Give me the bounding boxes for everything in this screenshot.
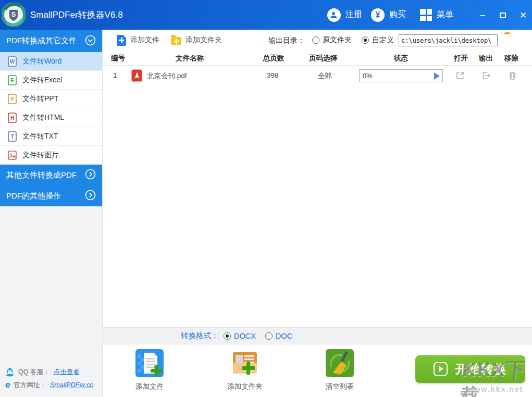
add-folder-big-label: 添加文件夹 xyxy=(216,382,274,391)
trash-icon[interactable] xyxy=(508,70,517,82)
table-header: 编号 文件名称 总页数 页码选择 状态 打开 输出 移除 xyxy=(103,51,532,66)
start-conversion-button[interactable]: 开始转换 xyxy=(415,355,525,383)
buy-label: 购买 xyxy=(389,9,406,20)
sidebar-item-pdf-to-excel[interactable]: E 文件转Excel xyxy=(0,71,102,90)
output-path-input[interactable] xyxy=(399,34,498,46)
browse-folder-button[interactable] xyxy=(504,34,520,46)
chevron-right-circle-icon xyxy=(85,169,96,181)
radio-docx-control[interactable] xyxy=(224,332,231,340)
sidebar-item-pdf-to-txt[interactable]: T 文件转TXT xyxy=(0,127,102,146)
menu-button[interactable]: 菜单 xyxy=(420,0,453,30)
radio-custom-folder-control[interactable] xyxy=(362,36,369,44)
svg-text:T: T xyxy=(10,134,14,140)
sidebar-item-pdf-to-html[interactable]: H 文件转HTML xyxy=(0,108,102,127)
qq-penguin-icon xyxy=(5,367,15,377)
image-doc-icon xyxy=(8,150,17,160)
sidebar-item-label: 文件转PPT xyxy=(22,94,58,104)
register-user-icon xyxy=(327,8,341,22)
add-file-icon xyxy=(117,35,126,46)
toolbar: 添加文件 添加文件夹 输出目录： 原文件夹 自定义 xyxy=(103,30,532,51)
sidebar-section-pdf-to-other[interactable]: PDF转换成其它文件 xyxy=(0,30,102,52)
clear-list-big-button[interactable]: 清空列表 xyxy=(311,349,368,391)
svg-text:S: S xyxy=(11,10,16,18)
sidebar-footer: QQ 客服： 点击查看 e 官方网址： SmallPDFer.co xyxy=(5,367,94,390)
grid-menu-icon xyxy=(420,9,432,21)
app-title: SmallPDFer转换器V6.8 xyxy=(30,0,123,30)
add-folder-icon xyxy=(171,37,181,45)
add-folder-big-button[interactable]: 添加文件夹 xyxy=(216,349,274,391)
add-file-big-icon xyxy=(135,349,164,377)
row-start-play-icon[interactable] xyxy=(434,72,440,80)
col-output: 输出 xyxy=(479,54,493,63)
browser-e-icon: e xyxy=(5,380,10,390)
html-doc-icon: H xyxy=(8,113,17,123)
add-folder-big-icon xyxy=(231,349,259,377)
app-window: S SmallPDFer转换器V6.8 注册 ¥ 购买 菜单 – xyxy=(0,0,532,397)
maximize-button[interactable] xyxy=(495,7,511,23)
col-filename: 文件名称 xyxy=(176,54,204,63)
register-label: 注册 xyxy=(345,9,362,20)
app-logo-icon: S xyxy=(2,3,26,27)
qq-support-label: QQ 客服： xyxy=(18,368,50,377)
sidebar-items: W 文件转Word E 文件转Excel P 文件转PPT xyxy=(0,52,102,165)
official-site-link[interactable]: SmallPDFer.co xyxy=(50,381,94,389)
file-pages: 398 xyxy=(267,71,279,79)
word-doc-icon: W xyxy=(8,56,17,67)
format-option-doc[interactable]: DOC xyxy=(265,328,292,344)
col-pages: 总页数 xyxy=(263,54,284,63)
close-button[interactable]: ✕ xyxy=(515,7,531,23)
section-label: PDF转换成其它文件 xyxy=(6,36,77,46)
output-dir-label: 输出目录： xyxy=(268,30,305,51)
sidebar-section-pdf-other-ops[interactable]: PDF的其他操作 xyxy=(0,185,102,206)
section-label: PDF的其他操作 xyxy=(6,191,61,201)
svg-text:W: W xyxy=(10,59,15,65)
txt-doc-icon: T xyxy=(8,131,17,142)
radio-custom-folder[interactable]: 自定义 xyxy=(362,30,394,51)
output-folder-icon[interactable] xyxy=(481,70,491,82)
format-docx-label: DOCX xyxy=(234,332,256,340)
buy-button[interactable]: ¥ 购买 xyxy=(371,0,406,30)
play-icon xyxy=(434,362,448,376)
row-number: 1 xyxy=(113,71,117,79)
col-number: 编号 xyxy=(111,54,125,63)
start-conversion-label: 开始转换 xyxy=(455,361,508,377)
sidebar-item-label: 文件转Word xyxy=(22,57,61,66)
radio-doc-control[interactable] xyxy=(265,332,273,340)
sidebar-section-other-to-pdf[interactable]: 其他文件转换成PDF xyxy=(0,165,102,185)
sidebar-item-label: 文件转HTML xyxy=(22,113,64,122)
radio-original-folder-control[interactable] xyxy=(312,36,319,44)
qq-support-link[interactable]: 点击查看 xyxy=(53,368,79,377)
format-label: 转换格式： xyxy=(181,328,219,344)
sidebar-item-label: 文件转图片 xyxy=(22,151,59,160)
register-button[interactable]: 注册 xyxy=(327,0,362,30)
pdf-file-icon xyxy=(131,69,142,83)
sidebar: PDF转换成其它文件 W 文件转Word E xyxy=(0,30,103,397)
radio-original-folder[interactable]: 原文件夹 xyxy=(312,30,352,51)
file-name: 北京会刊.pdf xyxy=(147,71,187,81)
sidebar-item-pdf-to-ppt[interactable]: P 文件转PPT xyxy=(0,90,102,108)
add-file-big-label: 添加文件 xyxy=(121,382,178,391)
ppt-doc-icon: P xyxy=(8,94,17,104)
format-bar: 转换格式： DOCX DOC xyxy=(103,327,532,344)
excel-doc-icon: E xyxy=(8,75,17,85)
minimize-button[interactable]: – xyxy=(475,7,490,23)
add-folder-label: 添加文件夹 xyxy=(185,35,222,45)
maximize-icon xyxy=(500,13,506,18)
titlebar: S SmallPDFer转换器V6.8 注册 ¥ 购买 菜单 – xyxy=(0,0,532,30)
table-row: 1 北京会刊.pdf 398 全部 0% xyxy=(103,66,532,86)
add-file-toolbar-button[interactable]: 添加文件 xyxy=(117,30,159,51)
sidebar-item-pdf-to-image[interactable]: 文件转图片 xyxy=(0,146,102,165)
col-page-range: 页码选择 xyxy=(309,54,337,63)
format-doc-label: DOC xyxy=(276,332,292,340)
svg-text:H: H xyxy=(10,115,14,121)
col-status: 状态 xyxy=(394,54,408,63)
add-folder-toolbar-button[interactable]: 添加文件夹 xyxy=(171,30,222,51)
section-label: 其他文件转换成PDF xyxy=(6,170,77,180)
open-file-icon[interactable] xyxy=(455,70,465,82)
progress-text: 0% xyxy=(363,72,373,80)
svg-text:P: P xyxy=(10,96,14,102)
sidebar-item-pdf-to-word[interactable]: W 文件转Word xyxy=(0,52,102,71)
format-option-docx[interactable]: DOCX xyxy=(224,328,256,344)
add-file-big-button[interactable]: 添加文件 xyxy=(121,349,178,391)
file-page-range[interactable]: 全部 xyxy=(318,71,332,81)
